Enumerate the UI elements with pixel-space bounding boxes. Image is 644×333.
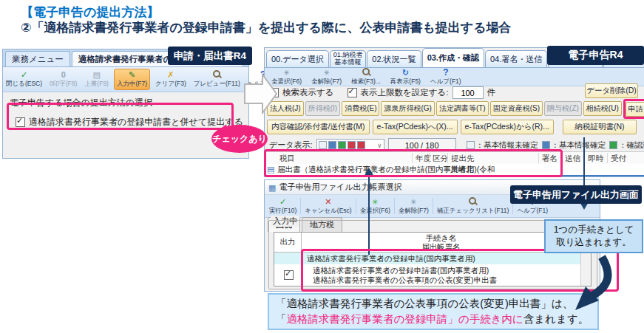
clear-button[interactable]: クリア(F3) <box>153 69 189 89</box>
select-all-button[interactable]: 全選択(F6) <box>358 196 393 216</box>
col-uketsuke[interactable]: 受付 <box>607 153 633 163</box>
col-shomei[interactable]: 署名 <box>538 153 563 163</box>
redisplay-button[interactable]: 再表示(F5) <box>388 67 423 87</box>
document-table-header: 税目 年度 区分 提出先 署名 送信 即時 受付 <box>265 151 644 165</box>
preview-button[interactable]: プレビュー(F11) <box>191 69 243 89</box>
action-button-row: 内容確認/添付書/送付書(M) e-Tax(PCdesk)へ(X)... e-T… <box>267 120 643 134</box>
col-soushin[interactable]: 送信 <box>561 153 586 163</box>
tab-taxpayer-info[interactable]: 01.納税者基本情報 <box>330 50 367 67</box>
col-kubun[interactable]: 区分 <box>429 153 450 163</box>
content-confirm-button[interactable]: 内容確認/添付書/送付書(M) <box>267 120 370 134</box>
denshi-shinkoku-window: 00.データ選択 01.納税者基本情報 02.状況一覧 03.作成・確認 04.… <box>264 47 644 177</box>
col-teishutsusaki[interactable]: 提出先 <box>447 153 540 163</box>
status-unconfirmed-icon <box>467 141 475 149</box>
toolbar-divider <box>300 198 301 214</box>
form-names: 適格請求書発行事業者の登録申請書(国内事業者用) 適格請求書発行事業者の公表事項… <box>313 266 497 284</box>
tax-category-row: 法人税(J) 所得税(I) 消費税(E) 源泉所得税(G) 法定調書等(T) 固… <box>267 101 644 117</box>
deselect-all-button[interactable]: 全解除(F7) <box>396 196 431 216</box>
col-sokuji[interactable]: 即時 <box>584 153 609 163</box>
select-all-icon <box>283 68 289 77</box>
tax-gensen-button[interactable]: 源泉所得税(G) <box>381 101 434 116</box>
tab-create-confirm[interactable]: 03.作成・確認 <box>422 48 484 67</box>
correction-checklist-button[interactable]: 補正チェックリスト(F11) <box>435 196 512 216</box>
status-checked-icon <box>338 141 346 149</box>
status-unconfirmed-icon <box>319 141 327 149</box>
cancel-button[interactable]: キャンセル(Esc) <box>302 196 353 216</box>
tax-houtei-button[interactable]: 法定調書等(T) <box>436 101 489 116</box>
checked-checkbox-icon[interactable] <box>16 117 25 127</box>
deselect-all-icon <box>323 68 329 77</box>
curved-down-arrow-icon <box>568 254 614 312</box>
limit-label: 表示上限数を設定する: <box>361 87 449 98</box>
toolbar-divider <box>433 198 433 214</box>
left-toolbar: 閉じる(ESC) 0印字(F8) 上書(F9) 入力中(F7) クリア(F3) … <box>3 67 248 92</box>
data-display-row: データ表示: ∨ 100 / 180 ：基本情報未確定 ：基本情報確定 ：確認済… <box>269 138 644 152</box>
status-sent-icon <box>357 141 365 149</box>
tab-gyomu-menu[interactable]: 業務メニュー <box>5 51 70 66</box>
limit-unit: 件 <box>487 87 496 98</box>
search-icon <box>362 68 371 77</box>
col-zeimoku[interactable]: 税目 <box>277 153 414 163</box>
tax-certificate-button[interactable]: 納税証明書(N) <box>563 120 637 134</box>
clear-icon <box>167 70 174 79</box>
explanation-line2: 「適格請求書発行事業者の登録申請」の手続き内に含まれます。 <box>276 312 591 327</box>
page-title: 【電子申告の提出方法】 <box>21 4 159 21</box>
save-icon <box>92 70 100 79</box>
data-view-dropdown[interactable]: ∨ <box>316 139 384 151</box>
filter-row: 検索表示する 表示上限数を設定する: 件 <box>269 86 495 99</box>
toolbar-divider <box>356 198 356 214</box>
legend-checked: ：確認済 <box>609 140 644 151</box>
help-button[interactable]: ヘルプ(F1) <box>428 67 464 87</box>
editing-button[interactable]: 入力中(F7) <box>114 69 150 90</box>
etax-from-button[interactable]: e-Tax(PCdesk)から(R)... <box>461 120 554 134</box>
help-icon <box>443 68 448 77</box>
limit-checkbox[interactable] <box>348 88 357 97</box>
output-checkbox[interactable] <box>284 270 294 280</box>
tax-kotei-button[interactable]: 固定資産税(S) <box>490 101 543 116</box>
legend-unconfirmed: ：基本情報未確定 <box>467 140 538 151</box>
col-output: 出力 <box>274 233 302 252</box>
tab-status-list[interactable]: 02.状況一覧 <box>367 50 421 67</box>
tax-souzoku-button[interactable]: 相続税(U) <box>583 101 622 116</box>
cancel-x-icon <box>325 197 331 206</box>
row-divider-line <box>265 175 644 176</box>
tab-sign-send[interactable]: 04.署名・送信 <box>485 50 547 67</box>
data-display-label: データ表示: <box>269 140 313 151</box>
procedure-row[interactable]: 適格請求書発行事業者の登録申請(国内事業者用) <box>274 253 581 264</box>
submit-together-checkbox-row[interactable]: 適格請求書発行事業者の登録申請書と併せて提出する <box>16 116 243 128</box>
tax-shinsei-todokede-button[interactable]: 申請・届出(A) <box>626 102 644 117</box>
form-rows[interactable]: 適格請求書発行事業者の登録申請書(国内事業者用) 適格請求書発行事業者の公表事項… <box>274 264 581 286</box>
search-button[interactable]: 検索(F3)... <box>349 67 383 87</box>
row-destination: 川崎北 <box>450 165 474 175</box>
close-button[interactable]: 閉じる(ESC) <box>4 69 44 89</box>
legend-confirmed: ：基本情報確定 <box>542 140 606 151</box>
tax-shouhi-button[interactable]: 消費税(E) <box>342 101 379 116</box>
explanation-line1: 「適格請求書発行事業者の公表事項の公表(変更)申出書」は、 <box>276 296 591 312</box>
tax-zouyo-button[interactable]: 贈与税(Z) <box>544 101 582 116</box>
magnifier-icon <box>212 70 222 79</box>
status-confirmed-icon <box>542 141 550 149</box>
left-window-body: 電子申告する場合の提出方法の選択 適格請求書発行事業者の登録申請書と併せて提出す… <box>3 92 248 159</box>
toolbar-divider <box>394 198 395 214</box>
record-counter: 100 / 180 <box>388 138 456 152</box>
display-limit-input[interactable] <box>453 86 484 99</box>
right-arrow-icon <box>244 73 278 114</box>
shinsei-todokede-highlight-box: 申請・届出(A) <box>623 99 644 119</box>
tax-shotoku-button[interactable]: 所得税(I) <box>305 101 340 116</box>
print-icon <box>61 70 66 79</box>
chevron-down-icon: ∨ <box>377 142 382 149</box>
pencil-icon <box>129 70 135 79</box>
execute-check-icon <box>279 197 286 206</box>
deselect-all-button[interactable]: 全解除(F7) <box>309 67 344 87</box>
data-delete-button[interactable]: データ削除(D) <box>585 83 638 98</box>
checkbox-label: 適格請求書発行事業者の登録申請書と併せて提出する <box>29 116 243 128</box>
import-note-callout: 1つの手続きとして 取り込まれます。 <box>544 219 643 253</box>
execute-button[interactable]: 実行(F10) <box>267 196 299 216</box>
table-row-todokedesho[interactable]: 届出書（適格請求書発行事業者の登録申請(国内事業者用)(令和 川崎北 <box>265 164 644 175</box>
tab-data-select[interactable]: 00.データ選択 <box>266 50 329 67</box>
overwrite-save-button[interactable]: 上書(F9) <box>82 69 111 89</box>
file-output-screen-badge: 電子申告用ファイル出力画面 <box>510 185 642 204</box>
check-ari-bubble: チェックあり <box>211 125 268 153</box>
print-zero-button[interactable]: 0印字(F8) <box>47 69 79 89</box>
etax-to-button[interactable]: e-Tax(PCdesk)へ(X)... <box>373 120 458 134</box>
